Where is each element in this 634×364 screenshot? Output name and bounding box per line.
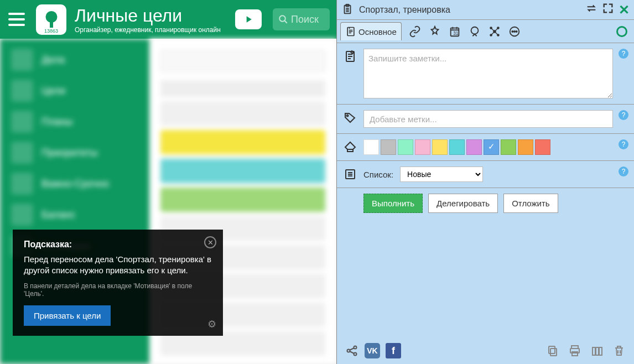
tab-main[interactable]: Основное (340, 22, 402, 40)
svg-rect-41 (549, 346, 555, 353)
help-icon[interactable]: ? (619, 167, 628, 176)
help-icon[interactable]: ? (619, 139, 628, 149)
hint-action-button[interactable]: Привязать к цели (24, 305, 111, 326)
tab-main-label: Основное (358, 27, 397, 37)
svg-line-3 (284, 20, 287, 23)
archive-icon[interactable] (590, 344, 604, 358)
title-block: Личные цели Органайзер, ежедневник, план… (75, 6, 235, 34)
svg-rect-40 (550, 349, 557, 356)
hint-body: Перед переносом дела 'Спортзал, трениров… (24, 254, 212, 277)
chat-icon[interactable] (468, 25, 481, 38)
tree-icon (41, 9, 61, 29)
svg-line-38 (350, 348, 354, 350)
svg-line-23 (491, 32, 494, 35)
copy-icon[interactable] (545, 344, 560, 358)
color-swatch[interactable] (484, 139, 499, 155)
print-icon[interactable] (568, 344, 582, 358)
tags-input[interactable] (363, 110, 613, 128)
clipboard-icon (341, 3, 355, 17)
gear-icon[interactable]: ⚙ (207, 318, 216, 330)
svg-rect-47 (599, 347, 602, 355)
notes-textarea[interactable] (363, 49, 613, 98)
color-swatch[interactable] (432, 139, 448, 155)
svg-text:31: 31 (453, 30, 459, 35)
color-swatch[interactable] (535, 139, 550, 155)
svg-line-24 (495, 32, 498, 35)
postpone-button[interactable]: Отложить (503, 194, 558, 213)
svg-rect-1 (50, 21, 53, 28)
motivation-icon[interactable] (428, 25, 441, 38)
notepad-icon (342, 49, 358, 64)
hamburger-menu[interactable] (6, 8, 28, 30)
panel-tabs: Основное 31 (337, 20, 634, 43)
svg-rect-46 (596, 347, 599, 355)
app-title: Личные цели (75, 6, 235, 26)
svg-line-22 (495, 28, 498, 31)
delegate-button[interactable]: Делегировать (428, 194, 498, 213)
panel-header: Спортзал, тренировка ✕ (337, 0, 634, 20)
color-swatch[interactable] (381, 139, 396, 155)
color-swatch[interactable] (449, 139, 465, 155)
svg-point-30 (347, 115, 349, 117)
more-icon[interactable] (508, 25, 521, 38)
svg-point-27 (514, 30, 515, 32)
hint-subtext: В панели деталей дела на вкладке 'Мотива… (24, 282, 212, 298)
trash-icon[interactable] (612, 344, 626, 358)
svg-point-15 (471, 27, 478, 34)
panel-footer: VK f (337, 337, 634, 364)
color-swatch[interactable] (363, 139, 379, 155)
app-logo[interactable]: 13863 (36, 4, 66, 35)
color-swatches (363, 139, 613, 155)
search-box[interactable] (273, 8, 330, 30)
vk-icon[interactable]: VK (365, 343, 380, 358)
calendar-icon[interactable]: 31 (448, 25, 461, 38)
color-swatch[interactable] (415, 139, 430, 155)
status-circle-icon[interactable] (616, 26, 627, 37)
svg-line-21 (491, 28, 494, 31)
notes-icon (345, 26, 356, 37)
app-subtitle: Органайзер, ежедневник, планировщик онла… (75, 26, 235, 34)
share-icon[interactable] (345, 344, 359, 358)
color-swatch[interactable] (518, 139, 533, 155)
search-input[interactable] (291, 14, 324, 25)
logo-counter: 13863 (44, 28, 58, 34)
tag-icon (342, 110, 358, 126)
list-section: Список: Новые ? (337, 161, 634, 188)
link-icon[interactable] (408, 25, 422, 38)
play-icon (243, 14, 254, 25)
notes-section: ? (337, 43, 634, 105)
swap-icon[interactable] (585, 2, 597, 18)
svg-point-28 (516, 30, 517, 32)
color-swatch[interactable] (501, 139, 516, 155)
help-icon[interactable]: ? (619, 110, 628, 120)
svg-point-2 (279, 15, 285, 22)
list-select[interactable]: Новые (400, 167, 483, 182)
svg-line-39 (350, 351, 354, 353)
svg-point-26 (512, 30, 513, 32)
play-button[interactable] (235, 9, 262, 29)
colors-section: ? (337, 134, 634, 161)
hint-title: Подсказка: (24, 240, 212, 249)
search-icon (278, 14, 288, 24)
facebook-icon[interactable]: f (386, 343, 401, 358)
network-icon[interactable] (488, 25, 501, 38)
palette-icon (342, 139, 358, 155)
tags-section: ? (337, 105, 634, 134)
hint-close-button[interactable]: ✕ (204, 236, 216, 248)
complete-button[interactable]: Выполнить (363, 194, 423, 213)
action-buttons: Выполнить Делегировать Отложить (337, 188, 634, 219)
svg-rect-45 (593, 347, 595, 355)
color-swatch[interactable] (398, 139, 413, 155)
help-icon[interactable]: ? (619, 49, 628, 59)
color-swatch[interactable] (466, 139, 482, 155)
list-label: Список: (363, 170, 393, 179)
list-icon (342, 167, 358, 182)
svg-point-0 (45, 11, 57, 23)
detail-panel: Спортзал, тренировка ✕ Основное 31 ? ? ? (336, 0, 634, 364)
hint-tooltip: ✕ Подсказка: Перед переносом дела 'Спорт… (13, 230, 223, 336)
expand-icon[interactable] (602, 2, 614, 18)
close-icon[interactable]: ✕ (619, 2, 630, 18)
panel-title: Спортзал, тренировка (359, 5, 585, 15)
